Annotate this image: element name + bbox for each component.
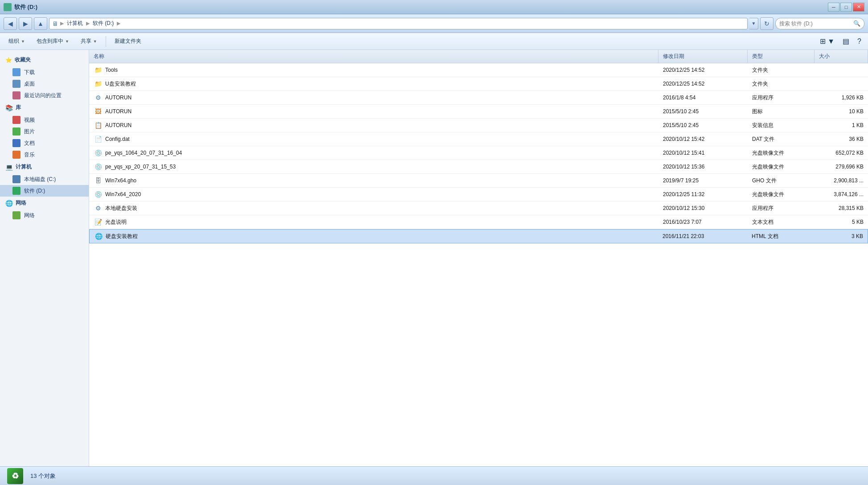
col-header-name[interactable]: 名称 [89,50,658,63]
file-modified: 2015/5/10 2:45 [663,108,699,115]
minimize-button[interactable]: ─ [828,3,839,12]
file-type: 文件夹 [752,66,768,74]
col-header-size[interactable]: 大小 [815,50,868,63]
doc-icon [12,139,21,147]
preview-pane-button[interactable]: ▤ [839,35,852,48]
window-title: 软件 (D:) [14,3,37,11]
up-button[interactable]: ▲ [34,17,47,30]
file-name: 本地硬盘安装 [105,205,137,212]
file-type-cell: 文件夹 [748,77,815,90]
file-size-cell [815,77,868,90]
file-icon: 💿 [94,162,103,171]
sidebar-favorites-header[interactable]: ⭐ 收藏夹 [0,53,89,66]
sidebar-item-image[interactable]: 图片 [0,126,89,137]
maximize-button[interactable]: □ [840,3,852,12]
statusbar: ♻ 13 个对象 [0,466,868,485]
table-row[interactable]: 📋 AUTORUN 2015/5/10 2:45 安装信息 1 KB [89,119,868,132]
file-modified-cell: 2016/10/23 7:07 [658,215,748,229]
sidebar-item-download[interactable]: 下载 [0,66,89,78]
app-icon: ♻ [7,468,23,484]
sidebar-computer-header[interactable]: 💻 计算机 [0,160,89,173]
sidebar-item-music[interactable]: 音乐 [0,149,89,160]
organize-button[interactable]: 组织 ▼ [4,35,30,48]
file-modified: 2016/11/21 22:03 [662,233,704,239]
sidebar-item-network[interactable]: 网络 [0,210,89,221]
file-type-cell: 应用程序 [748,201,815,215]
table-row[interactable]: ⚙ AUTORUN 2016/1/8 4:54 应用程序 1,926 KB [89,91,868,105]
file-type-cell: 文本文档 [748,215,815,229]
file-name-cell: 💿 Win7x64_2020 [89,188,658,201]
file-size-cell: 3,874,126 ... [815,188,868,201]
sidebar-network-header[interactable]: 🌐 网络 [0,197,89,210]
sidebar-item-desktop[interactable]: 桌面 [0,78,89,90]
address-computer[interactable]: 计算机 [66,20,84,27]
file-type-cell: HTML 文档 [747,230,814,243]
file-type-cell: 光盘映像文件 [748,146,815,160]
back-button[interactable]: ◀ [4,17,17,30]
file-name: AUTORUN [105,95,132,101]
video-icon [12,116,21,124]
file-size-cell: 36 KB [815,132,868,146]
file-name-cell: 🖼 AUTORUN [89,105,658,118]
file-name-cell: 💿 pe_yqs_1064_20_07_31_16_04 [89,146,658,160]
file-name: 光盘说明 [105,218,127,226]
table-row[interactable]: 💿 pe_yqs_1064_20_07_31_16_04 2020/10/12 … [89,146,868,160]
sidebar-item-d-drive[interactable]: 软件 (D:) [0,185,89,197]
table-row[interactable]: 💿 Win7x64_2020 2020/12/25 11:32 光盘映像文件 3… [89,188,868,201]
address-dropdown[interactable]: ▼ [749,18,758,29]
sidebar-item-video[interactable]: 视频 [0,114,89,126]
table-row[interactable]: 📁 U盘安装教程 2020/12/25 14:52 文件夹 [89,77,868,91]
refresh-button[interactable]: ↻ [760,17,773,30]
address-drive[interactable]: 软件 (D:) [91,20,115,27]
image-icon [12,127,21,136]
file-modified: 2015/5/10 2:45 [663,122,699,128]
table-row[interactable]: 🗄 Win7x64.gho 2019/9/7 19:25 GHO 文件 2,90… [89,174,868,188]
table-row[interactable]: 📄 Config.dat 2020/10/12 15:42 DAT 文件 36 … [89,132,868,146]
table-row[interactable]: 🖼 AUTORUN 2015/5/10 2:45 图标 10 KB [89,105,868,119]
sidebar-library-header[interactable]: 📚 库 [0,101,89,114]
file-size: 36 KB [849,136,864,142]
table-row[interactable]: 📁 Tools 2020/12/25 14:52 文件夹 [89,63,868,77]
file-size: 1 KB [852,122,864,128]
organize-chevron: ▼ [21,39,25,44]
file-modified: 2020/10/12 15:36 [663,164,704,170]
include-library-button[interactable]: 包含到库中 ▼ [32,35,74,48]
file-type: 光盘映像文件 [752,163,784,171]
file-modified-cell: 2019/9/7 19:25 [658,174,748,187]
table-row[interactable]: 📝 光盘说明 2016/10/23 7:07 文本文档 5 KB [89,215,868,229]
file-modified: 2020/10/12 15:42 [663,136,704,142]
file-modified-cell: 2016/11/21 22:03 [658,230,747,243]
file-name: Win7x64_2020 [105,191,141,197]
share-button[interactable]: 共享 ▼ [76,35,102,48]
search-input[interactable] [779,21,852,27]
file-type: HTML 文档 [752,233,778,240]
sidebar-item-recent[interactable]: 最近访问的位置 [0,90,89,101]
file-size-cell [815,63,868,77]
sidebar-item-c-drive[interactable]: 本地磁盘 (C:) [0,173,89,185]
table-row[interactable]: ⚙ 本地硬盘安装 2020/10/12 15:30 应用程序 28,315 KB [89,201,868,215]
col-header-type[interactable]: 类型 [748,50,815,63]
file-name: Win7x64.gho [105,177,136,184]
new-folder-button[interactable]: 新建文件夹 [110,35,146,48]
file-size-cell: 1,926 KB [815,91,868,104]
table-row[interactable]: 🌐 硬盘安装教程 2016/11/21 22:03 HTML 文档 3 KB [89,229,868,243]
help-button[interactable]: ? [854,35,864,48]
toolbar: 组织 ▼ 包含到库中 ▼ 共享 ▼ 新建文件夹 ⊞ ▼ ▤ ? [0,33,868,50]
file-size: 10 KB [849,108,864,115]
file-icon: 📁 [94,79,103,88]
col-header-modified[interactable]: 修改日期 [658,50,748,63]
main-layout: ⭐ 收藏夹 下载 桌面 最近访问的位置 📚 库 视频 图片 [0,50,868,466]
file-modified-cell: 2016/1/8 4:54 [658,91,748,104]
forward-button[interactable]: ▶ [19,17,32,30]
file-name-cell: 📁 Tools [89,63,658,77]
sidebar-item-doc[interactable]: 文档 [0,137,89,149]
computer-icon: 💻 [5,164,13,171]
close-button[interactable]: ✕ [853,3,864,12]
file-type-cell: DAT 文件 [748,132,815,146]
file-type: 文本文档 [752,218,773,226]
search-icon[interactable]: 🔍 [853,20,860,27]
file-name-cell: ⚙ AUTORUN [89,91,658,104]
d-drive-icon [12,187,21,195]
view-options-button[interactable]: ⊞ ▼ [817,35,838,48]
table-row[interactable]: 💿 pe_yqs_xp_20_07_31_15_53 2020/10/12 15… [89,160,868,174]
